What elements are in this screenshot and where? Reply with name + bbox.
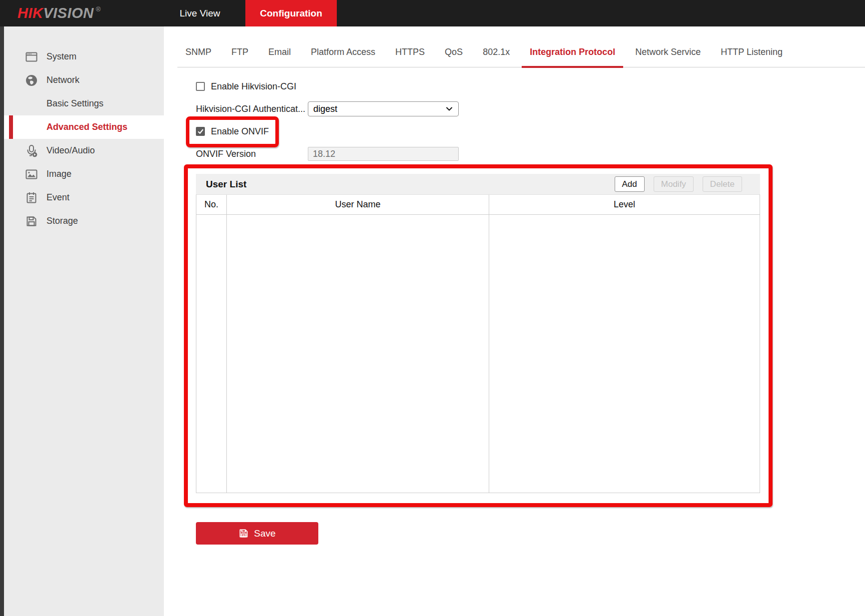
sidebar-item-label: System: [46, 51, 76, 62]
sidebar-item-basic-settings[interactable]: Basic Settings: [4, 92, 164, 115]
cgi-auth-select[interactable]: digest: [308, 101, 459, 116]
window-icon: [25, 50, 38, 63]
configuration-tab[interactable]: Configuration: [245, 0, 337, 26]
table-column-0: [196, 215, 227, 493]
live-view-tab[interactable]: Live View: [165, 0, 235, 26]
column-header-no-: No.: [196, 195, 227, 214]
sidebar-item-video-audio[interactable]: Video/Audio: [4, 139, 164, 162]
enable-onvif-row: Enable ONVIF: [196, 122, 269, 140]
sidebar-item-network[interactable]: Network: [4, 68, 164, 92]
cgi-auth-value: digest: [313, 104, 337, 114]
sidebar-item-label: Video/Audio: [46, 145, 95, 156]
tab-snmp[interactable]: SNMP: [185, 37, 211, 67]
table-column-1: [227, 215, 489, 493]
enable-cgi-checkbox[interactable]: [196, 82, 205, 91]
sidebar-item-event[interactable]: Event: [4, 186, 164, 209]
user-list-header: User List AddModifyDelete: [196, 174, 760, 194]
tab-qos[interactable]: QoS: [445, 37, 463, 67]
user-list-table-body: [196, 215, 760, 493]
table-column-2: [489, 215, 760, 493]
sidebar-item-label: Basic Settings: [46, 98, 103, 109]
page: HIKVISION® Live View Configuration Syste…: [0, 0, 865, 616]
tab-bar: SNMPFTPEmailPlatform AccessHTTPSQoS802.1…: [177, 37, 865, 67]
enable-cgi-label: Enable Hikvision-CGI: [211, 81, 296, 92]
user-list-buttons: AddModifyDelete: [615, 176, 742, 192]
enable-onvif-checkbox[interactable]: [196, 127, 205, 136]
header: HIKVISION® Live View Configuration: [0, 0, 865, 26]
sidebar-item-label: Advanced Settings: [46, 122, 127, 132]
sidebar-item-label: Event: [46, 192, 69, 203]
microphone-icon: [25, 144, 38, 157]
sidebar-item-system[interactable]: System: [4, 45, 164, 68]
sidebar-item-label: Storage: [46, 216, 78, 226]
image-icon: [25, 168, 38, 181]
chevron-down-icon: [445, 105, 453, 113]
storage-icon: [25, 215, 38, 228]
sidebar-item-image[interactable]: Image: [4, 162, 164, 186]
tab-platform-access[interactable]: Platform Access: [311, 37, 375, 67]
tab-integration-protocol[interactable]: Integration Protocol: [530, 37, 615, 67]
column-header-level: Level: [489, 195, 760, 214]
tab-email[interactable]: Email: [268, 37, 291, 67]
onvif-version-input[interactable]: [308, 147, 459, 161]
cgi-auth-label: Hikvision-CGI Authenticat...: [196, 101, 305, 116]
delete-button[interactable]: Delete: [703, 176, 742, 192]
sidebar-item-storage[interactable]: Storage: [4, 209, 164, 233]
sidebar-item-advanced-settings[interactable]: Advanced Settings: [4, 115, 164, 139]
save-icon: [238, 528, 249, 539]
tab-http-listening[interactable]: HTTP Listening: [721, 37, 783, 67]
enable-onvif-label: Enable ONVIF: [211, 126, 269, 137]
tab-ftp[interactable]: FTP: [231, 37, 248, 67]
logo-vision: VISION: [43, 5, 93, 21]
logo-hik: HIK: [17, 5, 43, 21]
user-list-panel: User List AddModifyDelete No.User NameLe…: [196, 174, 760, 493]
modify-button[interactable]: Modify: [654, 176, 694, 192]
logo-registered-mark: ®: [96, 5, 101, 13]
left-dark-strip: [0, 26, 4, 616]
save-button[interactable]: Save: [196, 522, 318, 545]
user-list-table-head: No.User NameLevel: [196, 194, 760, 215]
add-button[interactable]: Add: [615, 176, 645, 192]
onvif-version-label: ONVIF Version: [196, 147, 256, 161]
globe-icon: [25, 74, 38, 87]
event-icon: [25, 191, 38, 204]
save-label: Save: [254, 528, 275, 539]
sidebar-item-label: Image: [46, 169, 71, 179]
tab-https[interactable]: HTTPS: [395, 37, 425, 67]
tab-network-service[interactable]: Network Service: [635, 37, 701, 67]
enable-cgi-row: Enable Hikvision-CGI: [196, 77, 296, 95]
sidebar: SystemNetworkBasic SettingsAdvanced Sett…: [4, 26, 164, 616]
user-list-title: User List: [206, 179, 246, 190]
hikvision-logo: HIKVISION®: [17, 0, 101, 26]
column-header-user-name: User Name: [227, 195, 489, 214]
check-icon: [197, 128, 204, 135]
sidebar-item-label: Network: [46, 75, 79, 85]
tab-802-1x[interactable]: 802.1x: [483, 37, 510, 67]
